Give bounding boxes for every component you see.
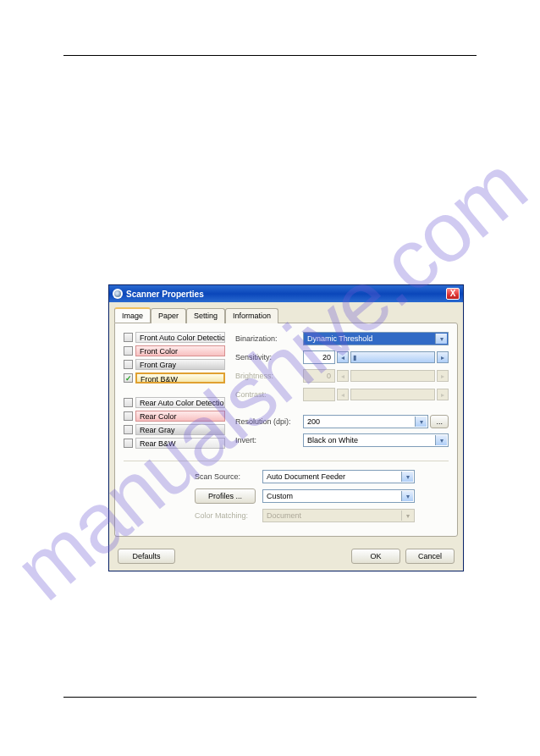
cb-front-auto-color[interactable]: Front Auto Color Detection xyxy=(124,332,225,343)
row-binarization: Binarization: Dynamic Threshold ▾ xyxy=(235,332,449,345)
checkbox-icon[interactable] xyxy=(124,425,133,434)
label-scan-source: Scan Source: xyxy=(195,472,262,481)
label-invert: Invert: xyxy=(235,436,303,444)
row-contrast: Contrast: ◂ ▸ xyxy=(235,388,449,401)
label-brightness: Brightness: xyxy=(235,372,303,380)
arrow-left-icon[interactable]: ◂ xyxy=(337,351,349,363)
page-rule-bottom xyxy=(63,697,477,698)
label-binarization: Binarization: xyxy=(235,334,303,343)
checkbox-label: Rear Color xyxy=(135,411,225,422)
chevron-down-icon[interactable]: ▾ xyxy=(415,417,427,427)
profiles-button[interactable]: Profiles ... xyxy=(195,488,256,504)
row-color-matching: Color Matching: Document ▾ xyxy=(195,509,449,522)
checkbox-icon[interactable] xyxy=(124,398,133,407)
defaults-button[interactable]: Defaults xyxy=(118,549,175,564)
ok-button[interactable]: OK xyxy=(351,549,400,564)
scanner-properties-window: Scanner Properties X Image Paper Setting… xyxy=(108,284,464,571)
titlebar[interactable]: Scanner Properties X xyxy=(109,285,463,302)
row-invert: Invert: Black on White ▾ xyxy=(235,433,449,447)
profile-combo[interactable]: Custom ▾ xyxy=(262,489,415,503)
arrow-right-icon[interactable]: ▸ xyxy=(437,351,449,363)
app-icon xyxy=(113,289,123,299)
checkbox-icon[interactable] xyxy=(124,346,133,356)
tab-information[interactable]: Information xyxy=(225,308,278,323)
contrast-value xyxy=(303,388,335,401)
row-profiles: Profiles ... Custom ▾ xyxy=(195,488,449,504)
checkbox-label: Rear Auto Color Detection xyxy=(135,397,225,408)
tab-row: Image Paper Setting Information xyxy=(109,302,463,323)
label-contrast: Contrast: xyxy=(235,390,303,399)
front-side-group: Front Auto Color Detection Front Color F… xyxy=(124,332,225,384)
label-sensitivity: Sensitivity: xyxy=(235,353,303,361)
checkbox-icon[interactable] xyxy=(124,373,133,383)
contrast-slider xyxy=(350,389,435,400)
cb-front-bw[interactable]: Front B&W xyxy=(124,372,225,384)
invert-combo[interactable]: Black on White ▾ xyxy=(303,433,449,447)
lower-form: Scan Source: Auto Document Feeder ▾ Prof… xyxy=(124,470,449,522)
row-scan-source: Scan Source: Auto Document Feeder ▾ xyxy=(195,470,449,483)
chevron-down-icon[interactable]: ▾ xyxy=(401,472,413,482)
divider xyxy=(124,461,449,461)
checkbox-icon[interactable] xyxy=(124,411,133,421)
row-brightness: Brightness: 0 ◂ ▸ xyxy=(235,369,449,383)
chevron-down-icon[interactable]: ▾ xyxy=(435,435,447,445)
sensitivity-value[interactable]: 20 xyxy=(303,350,335,364)
tab-image[interactable]: Image xyxy=(114,307,151,323)
row-resolution: Resolution (dpi): 200 ▾ ... xyxy=(235,415,449,428)
chevron-down-icon[interactable]: ▾ xyxy=(435,334,447,344)
cancel-button[interactable]: Cancel xyxy=(405,549,455,564)
cb-rear-bw[interactable]: Rear B&W xyxy=(124,438,225,449)
window-title: Scanner Properties xyxy=(126,290,446,299)
cb-front-color[interactable]: Front Color xyxy=(124,345,225,356)
resolution-browse-button[interactable]: ... xyxy=(430,415,449,428)
cb-front-gray[interactable]: Front Gray xyxy=(124,359,225,370)
checkbox-label: Front B&W xyxy=(135,372,225,384)
checkbox-label: Front Gray xyxy=(135,359,225,370)
resolution-combo[interactable]: 200 ▾ xyxy=(303,415,428,428)
color-matching-combo: Document ▾ xyxy=(262,509,415,522)
arrow-right-icon: ▸ xyxy=(437,370,449,382)
combo-value: Custom xyxy=(267,492,293,500)
checkbox-label: Front Color xyxy=(135,345,225,356)
checkbox-icon[interactable] xyxy=(124,439,133,448)
combo-value: Dynamic Threshold xyxy=(307,334,372,343)
close-icon[interactable]: X xyxy=(446,288,460,300)
row-sensitivity: Sensitivity: 20 ◂ ▮ ▸ xyxy=(235,350,449,364)
checkbox-icon[interactable] xyxy=(124,360,133,369)
cb-rear-auto-color[interactable]: Rear Auto Color Detection xyxy=(124,397,225,408)
tab-panel-image: Front Auto Color Detection Front Color F… xyxy=(114,323,458,537)
page-rule-top xyxy=(63,55,477,56)
combo-value: Auto Document Feeder xyxy=(267,472,345,481)
combo-value: 200 xyxy=(307,417,320,426)
checkbox-label: Rear Gray xyxy=(135,424,225,435)
chevron-down-icon: ▾ xyxy=(401,510,413,521)
label-resolution: Resolution (dpi): xyxy=(235,417,303,426)
tab-paper[interactable]: Paper xyxy=(151,308,186,323)
checkbox-label: Rear B&W xyxy=(135,438,225,449)
arrow-right-icon: ▸ xyxy=(437,389,449,400)
checkbox-icon[interactable] xyxy=(124,333,133,342)
controls-column: Binarization: Dynamic Threshold ▾ Sensit… xyxy=(235,332,449,452)
cb-rear-color[interactable]: Rear Color xyxy=(124,411,225,422)
combo-value: Black on White xyxy=(307,436,358,444)
checkbox-label: Front Auto Color Detection xyxy=(135,332,225,343)
brightness-value: 0 xyxy=(303,369,335,383)
dialog-buttons: Defaults OK Cancel xyxy=(109,544,463,571)
arrow-left-icon: ◂ xyxy=(337,389,349,400)
binarization-combo[interactable]: Dynamic Threshold ▾ xyxy=(303,332,449,345)
rear-side-group: Rear Auto Color Detection Rear Color Rea… xyxy=(124,397,225,449)
scan-source-combo[interactable]: Auto Document Feeder ▾ xyxy=(262,470,415,483)
chevron-down-icon[interactable]: ▾ xyxy=(401,491,413,501)
combo-value: Document xyxy=(267,511,301,520)
cb-rear-gray[interactable]: Rear Gray xyxy=(124,424,225,435)
arrow-left-icon: ◂ xyxy=(337,370,349,382)
side-checkbox-column: Front Auto Color Detection Front Color F… xyxy=(124,332,225,452)
tab-setting[interactable]: Setting xyxy=(186,308,225,323)
brightness-slider xyxy=(350,370,435,382)
label-color-matching: Color Matching: xyxy=(195,511,262,520)
sensitivity-slider[interactable]: ▮ xyxy=(350,351,435,363)
